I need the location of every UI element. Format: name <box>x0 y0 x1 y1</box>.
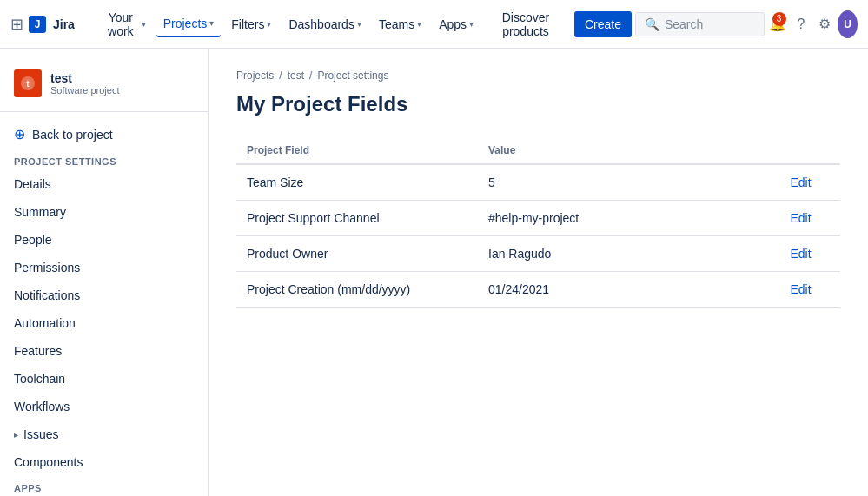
user-avatar[interactable]: U <box>838 10 858 38</box>
col-header-action <box>780 137 841 164</box>
edit-link[interactable]: Edit <box>791 247 812 261</box>
project-name: test <box>50 71 119 85</box>
field-name-cell: Project Creation (mm/dd/yyyy) <box>236 272 478 308</box>
sidebar-item-summary[interactable]: Summary <box>0 198 208 226</box>
table-row: Project Creation (mm/dd/yyyy) 01/24/2021… <box>236 272 840 308</box>
help-button[interactable]: ? <box>792 10 812 38</box>
sidebar-section-label: Project settings <box>0 149 208 170</box>
table-row: Project Support Channel #help-my-project… <box>236 201 840 236</box>
chevron-down-icon: ▾ <box>209 18 214 28</box>
sidebar-apps-label: Apps <box>0 476 208 496</box>
edit-link[interactable]: Edit <box>791 175 812 189</box>
field-action-cell: Edit <box>780 272 841 308</box>
sidebar-item-label: People <box>14 233 52 247</box>
sidebar-item-label: Workflows <box>14 400 70 413</box>
search-input[interactable] <box>665 17 755 31</box>
sidebar-item-workflows[interactable]: Workflows <box>0 393 208 420</box>
breadcrumb-test[interactable]: test <box>288 69 304 82</box>
chevron-down-icon: ▾ <box>267 19 271 29</box>
field-name-cell: Product Owner <box>236 236 478 272</box>
back-to-project-button[interactable]: ⊕ Back to project <box>0 119 208 149</box>
notifications-button[interactable]: 🔔 3 <box>768 10 788 38</box>
sidebar-item-label: Summary <box>14 205 66 219</box>
field-action-cell: Edit <box>780 236 841 272</box>
field-action-cell: Edit <box>780 164 841 201</box>
projects-menu[interactable]: Projects ▾ <box>156 11 222 37</box>
fields-table: Project Field Value Team Size 5 Edit Pro… <box>236 137 840 308</box>
sidebar-item-automation[interactable]: Automation <box>0 309 208 337</box>
gear-icon: ⚙ <box>818 16 831 32</box>
sidebar-item-components[interactable]: Components <box>0 448 208 476</box>
sidebar-item-label: Details <box>14 177 51 191</box>
sidebar-project-header: t test Software project <box>0 63 208 112</box>
sidebar-item-features[interactable]: Features <box>0 337 208 365</box>
breadcrumb-current: Project settings <box>317 69 388 82</box>
sidebar-item-details[interactable]: Details <box>0 170 208 198</box>
project-icon: t <box>14 69 42 97</box>
field-value-cell: 01/24/2021 <box>478 272 780 308</box>
table-row: Product Owner Ian Ragudo Edit <box>236 236 840 272</box>
svg-text:Jira: Jira <box>53 17 75 31</box>
help-icon: ? <box>798 17 805 32</box>
your-work-menu[interactable]: Your work ▾ <box>96 5 153 43</box>
svg-text:J: J <box>35 18 41 30</box>
sidebar-item-label: Permissions <box>14 261 80 274</box>
chevron-right-icon: ▸ <box>14 430 18 440</box>
create-button[interactable]: Create <box>574 11 632 37</box>
search-box[interactable]: 🔍 <box>635 12 765 36</box>
col-header-field: Project Field <box>236 137 478 164</box>
project-type: Software project <box>50 85 119 96</box>
breadcrumb-sep-1: / <box>279 69 282 82</box>
apps-menu[interactable]: Apps ▾ <box>432 12 480 36</box>
sidebar-item-label: Features <box>14 344 62 358</box>
field-value-cell: Ian Ragudo <box>478 236 780 272</box>
breadcrumb-sep-2: / <box>309 69 312 82</box>
sidebar-item-issues[interactable]: ▸ Issues <box>0 420 208 448</box>
edit-link[interactable]: Edit <box>791 211 812 225</box>
field-action-cell: Edit <box>780 201 841 236</box>
breadcrumb: Projects / test / Project settings <box>236 69 840 82</box>
field-name-cell: Project Support Channel <box>236 201 478 236</box>
sidebar-item-label: Notifications <box>14 288 80 302</box>
table-row: Team Size 5 Edit <box>236 164 840 201</box>
filters-menu[interactable]: Filters ▾ <box>224 12 278 36</box>
discover-products-button[interactable]: Discover products <box>484 5 567 43</box>
sidebar: t test Software project ⊕ Back to projec… <box>0 49 209 496</box>
notification-badge: 3 <box>772 12 786 26</box>
main-content: Projects / test / Project settings My Pr… <box>209 49 868 496</box>
field-value-cell: 5 <box>478 164 780 201</box>
col-header-value: Value <box>478 137 780 164</box>
sidebar-item-label: Automation <box>14 316 76 330</box>
page-title: My Project Fields <box>236 92 840 116</box>
chevron-down-icon: ▾ <box>469 19 474 29</box>
sidebar-item-permissions[interactable]: Permissions <box>0 254 208 281</box>
field-name-cell: Team Size <box>236 164 478 201</box>
project-logo-icon: t <box>19 75 36 92</box>
project-info: test Software project <box>50 71 119 96</box>
grid-icon[interactable]: ⊞ <box>10 15 23 34</box>
teams-menu[interactable]: Teams ▾ <box>372 12 428 36</box>
breadcrumb-projects[interactable]: Projects <box>236 69 274 82</box>
chevron-down-icon: ▾ <box>142 19 146 29</box>
search-icon: 🔍 <box>645 17 659 31</box>
sidebar-item-toolchain[interactable]: Toolchain <box>0 365 208 393</box>
sidebar-item-label: Toolchain <box>14 372 65 386</box>
edit-link[interactable]: Edit <box>791 282 812 296</box>
sidebar-item-people[interactable]: People <box>0 226 208 254</box>
back-icon: ⊕ <box>14 126 25 142</box>
chevron-down-icon: ▾ <box>357 19 361 29</box>
dashboards-menu[interactable]: Dashboards ▾ <box>282 12 368 36</box>
sidebar-item-notifications[interactable]: Notifications <box>0 281 208 309</box>
top-navigation: ⊞ J Jira Your work ▾ Projects ▾ Filters … <box>0 0 868 49</box>
nav-logo[interactable]: ⊞ J Jira <box>10 15 85 34</box>
chevron-down-icon: ▾ <box>417 19 421 29</box>
settings-button[interactable]: ⚙ <box>814 10 834 38</box>
field-value-cell: #help-my-project <box>478 201 780 236</box>
jira-logo-icon: J Jira <box>29 16 85 33</box>
